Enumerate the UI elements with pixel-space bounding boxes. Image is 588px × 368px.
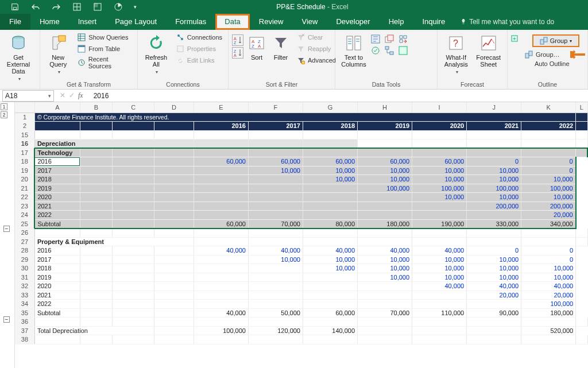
cell[interactable] [576, 122, 587, 131]
cell[interactable] [80, 335, 113, 344]
cell[interactable] [113, 157, 154, 166]
cell[interactable]: 40,000 [194, 246, 248, 255]
cell[interactable] [521, 130, 576, 140]
cell[interactable] [412, 140, 467, 149]
cell[interactable] [412, 290, 467, 300]
cell[interactable]: 0 [521, 255, 576, 264]
cell[interactable] [194, 166, 248, 175]
cell[interactable] [80, 290, 113, 300]
cell[interactable] [467, 317, 521, 327]
cell[interactable]: 2022 [521, 122, 576, 131]
cell[interactable] [154, 228, 194, 238]
cell[interactable] [80, 193, 113, 202]
cell[interactable] [467, 326, 521, 335]
cell[interactable] [358, 300, 412, 309]
cell[interactable] [80, 228, 113, 238]
cell[interactable] [358, 228, 412, 238]
cell[interactable] [248, 282, 303, 291]
cell[interactable] [113, 246, 154, 255]
cell[interactable]: 40,000 [303, 246, 357, 255]
cell[interactable]: 10,000 [467, 166, 521, 175]
cell[interactable]: 20,000 [467, 290, 521, 300]
new-query-button[interactable]: New Query [44, 32, 72, 76]
row-header[interactable]: 23 [15, 202, 34, 211]
cell[interactable]: 10,000 [412, 264, 467, 273]
text-to-columns-button[interactable]: Text to Columns [339, 32, 369, 68]
cell[interactable]: 10,000 [412, 273, 467, 282]
cell[interactable] [113, 335, 154, 344]
row-header[interactable]: 16 [15, 140, 34, 149]
cell[interactable] [412, 335, 467, 344]
cell[interactable]: 40,000 [521, 282, 576, 291]
sort-desc-icon[interactable]: ZA [232, 47, 243, 59]
cell[interactable]: 0 [521, 166, 576, 175]
cell[interactable] [358, 237, 412, 246]
cell[interactable] [34, 335, 80, 344]
cell[interactable] [113, 202, 154, 211]
cell[interactable]: 520,000 [521, 326, 576, 335]
cell[interactable]: 10,000 [358, 166, 412, 175]
cell[interactable]: 70,000 [358, 308, 412, 317]
tab-data[interactable]: Data [215, 14, 249, 30]
tell-me-search[interactable]: Tell me what you want to do [460, 14, 554, 30]
cell[interactable] [194, 317, 248, 327]
cell[interactable]: 2021 [34, 290, 80, 300]
row-header[interactable]: 27 [15, 237, 34, 246]
cell[interactable] [521, 237, 576, 246]
cell[interactable] [80, 122, 113, 131]
row-header[interactable]: 31 [15, 273, 34, 282]
cell[interactable] [358, 148, 412, 157]
cell[interactable] [80, 219, 113, 228]
cell[interactable] [467, 237, 521, 246]
cell[interactable] [358, 193, 412, 202]
cell[interactable]: 2016 [34, 157, 80, 166]
from-table-button[interactable]: From Table [75, 44, 134, 54]
cell[interactable] [412, 300, 467, 309]
cell[interactable] [154, 157, 194, 166]
what-if-button[interactable]: ? What-If Analysis [441, 32, 471, 76]
cell[interactable] [303, 202, 357, 211]
qat-more-icon[interactable]: ▾ [130, 1, 140, 13]
cell[interactable] [154, 211, 194, 220]
cell[interactable] [113, 273, 154, 282]
cell[interactable]: 10,000 [412, 255, 467, 264]
cell[interactable] [113, 130, 154, 140]
row-header[interactable]: 19 [15, 166, 34, 175]
cell[interactable] [467, 130, 521, 140]
cell[interactable]: 40,000 [358, 246, 412, 255]
cell[interactable] [194, 255, 248, 264]
cell[interactable]: Subtotal [34, 308, 80, 317]
cell[interactable] [303, 148, 357, 157]
cell[interactable] [576, 317, 587, 327]
cell[interactable] [80, 130, 113, 140]
cell[interactable]: 340,000 [521, 219, 576, 228]
cell[interactable]: 40,000 [467, 282, 521, 291]
cell[interactable] [80, 255, 113, 264]
cell[interactable] [194, 228, 248, 238]
cell[interactable] [467, 228, 521, 238]
cell[interactable] [358, 335, 412, 344]
cell[interactable] [34, 122, 80, 131]
qat-cells-icon[interactable] [88, 1, 107, 13]
cell[interactable] [248, 273, 303, 282]
cell[interactable] [303, 184, 357, 193]
cell[interactable]: 0 [467, 157, 521, 166]
cell[interactable] [303, 228, 357, 238]
cell[interactable] [113, 122, 154, 131]
cell[interactable]: Total Depreciation [34, 326, 154, 335]
cell[interactable]: 40,000 [412, 282, 467, 291]
tab-view[interactable]: View [292, 14, 327, 30]
cell[interactable] [154, 326, 194, 335]
cell[interactable]: 2017 [34, 166, 80, 175]
cell[interactable] [154, 290, 194, 300]
cell[interactable]: 60,000 [303, 308, 357, 317]
cell[interactable] [154, 335, 194, 344]
cell[interactable] [113, 228, 154, 238]
cell[interactable] [576, 113, 587, 122]
cell[interactable] [80, 317, 113, 327]
cell[interactable] [113, 308, 154, 317]
cell[interactable] [521, 335, 576, 344]
forecast-sheet-button[interactable]: Forecast Sheet [474, 32, 504, 68]
cell[interactable]: 140,000 [303, 326, 357, 335]
cell[interactable]: 10,000 [412, 193, 467, 202]
